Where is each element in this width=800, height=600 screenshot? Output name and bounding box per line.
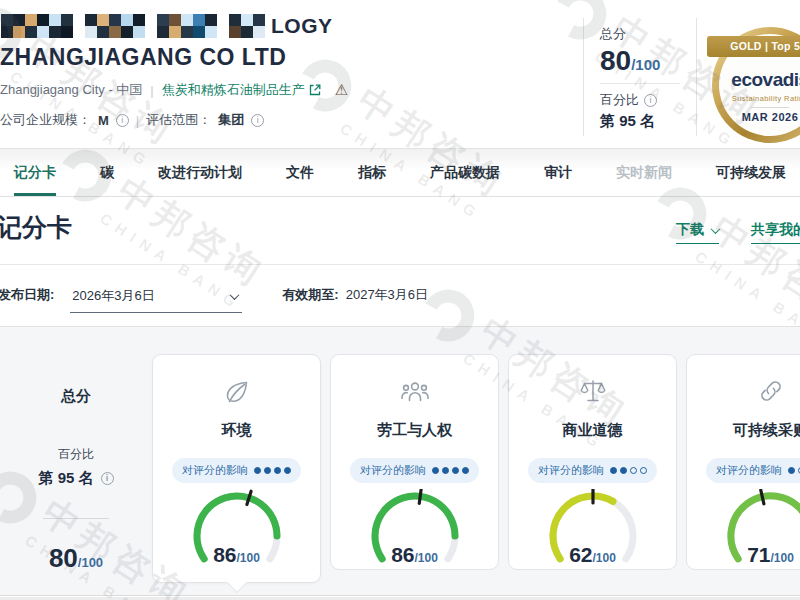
- valid-until-label: 有效期至:: [282, 286, 338, 304]
- total-score-panel: 总分 80/100 百分比 第 95 名: [583, 18, 697, 136]
- impact-dots: [788, 467, 800, 474]
- summary-rank: 第 95 名: [38, 469, 93, 488]
- warning-icon[interactable]: ⚠: [335, 81, 348, 99]
- impact-pill: 对评分的影响: [528, 458, 657, 483]
- publish-date-label: 发布日期:: [0, 286, 54, 304]
- category-card-environment[interactable]: 环境 对评分的影响 86/100: [152, 354, 321, 583]
- tab-improvement-plan[interactable]: 改进行动计划: [158, 149, 242, 196]
- info-icon[interactable]: [644, 94, 657, 107]
- tab-sustainable-development[interactable]: 可持续发展: [716, 149, 786, 196]
- impact-pill: 对评分的影响: [350, 458, 479, 483]
- info-icon[interactable]: [251, 114, 264, 127]
- summary-total-label: 总分: [12, 387, 140, 406]
- tab-live-news: 实时新闻: [616, 149, 672, 196]
- tab-carbon[interactable]: 碳: [100, 149, 114, 196]
- card-title: 劳工与人权: [331, 421, 498, 440]
- publish-date-select[interactable]: 2026年3月6日: [70, 286, 242, 313]
- card-title: 环境: [153, 421, 320, 440]
- tab-product-carbon-data[interactable]: 产品碳数据: [430, 149, 500, 196]
- scope-value: 集团: [218, 111, 244, 129]
- chevron-down-icon: [230, 290, 240, 300]
- total-score-label: 总分: [600, 25, 696, 43]
- impact-dots: [254, 467, 291, 474]
- category-card-labor-human-rights[interactable]: 劳工与人权 对评分的影响 86/100: [330, 354, 499, 570]
- summary-score-value: 80: [49, 543, 78, 573]
- tab-metrics[interactable]: 指标: [358, 149, 386, 196]
- masked-title-suffix: LOGY: [271, 14, 333, 38]
- company-location: Zhangjiagang City - 中国: [0, 81, 142, 99]
- divider: [43, 518, 109, 519]
- percentile-label: 百分比: [600, 91, 639, 109]
- card-score-value: 86: [213, 543, 236, 566]
- company-size-value: M: [98, 113, 109, 128]
- main-tab-bar: 记分卡 碳 改进行动计划 文件 指标 产品碳数据 审计 实时新闻 可持续发展: [0, 148, 800, 197]
- industry-link[interactable]: 焦炭和精炼石油制品生产: [162, 81, 321, 99]
- download-button[interactable]: 下载: [676, 221, 719, 244]
- ecovadis-medal: ecovadis Sustainability Rating MAR 2026 …: [712, 27, 800, 143]
- separator: |: [150, 83, 153, 98]
- link-icon: [687, 377, 800, 407]
- info-icon[interactable]: [101, 472, 114, 485]
- card-score-denominator: /100: [237, 551, 260, 565]
- tab-scorecard[interactable]: 记分卡: [14, 149, 56, 196]
- separator: |: [136, 113, 139, 128]
- total-score-value: 80: [600, 45, 631, 76]
- overall-summary: 总分 百分比 第 95 名 80/100: [12, 327, 140, 574]
- date-row: 发布日期: 2026年3月6日 有效期至: 2027年3月6日: [0, 264, 800, 326]
- medal-subtitle: Sustainability Rating: [732, 94, 800, 103]
- scales-icon: [509, 377, 676, 407]
- card-title: 商业道德: [509, 421, 676, 440]
- card-title: 可持续采购: [687, 421, 800, 440]
- scorecard-section: 总分 百分比 第 95 名 80/100 环境 对评分的影响 86/100: [0, 326, 800, 596]
- chevron-down-icon: [711, 224, 721, 234]
- medal-date: MAR 2026: [742, 111, 799, 123]
- share-scorecard-link[interactable]: 共享我的记分卡: [751, 221, 800, 244]
- leaf-icon: [153, 377, 320, 407]
- card-score-value: 62: [569, 543, 592, 566]
- summary-percentile-label: 百分比: [12, 446, 140, 463]
- page-header: LOGY ZHANGJIAGANG CO LTD Zhangjiagang Ci…: [0, 0, 800, 148]
- valid-until-value: 2027年3月6日: [346, 286, 428, 304]
- card-score-denominator: /100: [415, 551, 438, 565]
- impact-label: 对评分的影响: [360, 463, 426, 478]
- external-link-icon: [309, 84, 321, 96]
- summary-score-denominator: /100: [78, 555, 103, 570]
- impact-pill: 对评分的影响: [706, 458, 800, 483]
- impact-label: 对评分的影响: [538, 463, 604, 478]
- impact-dots: [610, 467, 647, 474]
- total-score-denominator: /100: [631, 56, 660, 73]
- company-size-label: 公司企业规模：: [0, 111, 91, 129]
- divider: [751, 107, 789, 108]
- info-icon[interactable]: [116, 114, 129, 127]
- tab-documents[interactable]: 文件: [286, 149, 314, 196]
- people-icon: [331, 377, 498, 407]
- card-score-denominator: /100: [771, 551, 794, 565]
- redacted-company-logo: [1, 14, 265, 38]
- category-card-sustainable-procurement[interactable]: 可持续采购 对评分的影响 71/100: [686, 354, 800, 570]
- impact-label: 对评分的影响: [182, 463, 248, 478]
- card-score-denominator: /100: [593, 551, 616, 565]
- card-score-value: 86: [391, 543, 414, 566]
- card-score-value: 71: [747, 543, 770, 566]
- tab-audit[interactable]: 审计: [544, 149, 572, 196]
- percentile-rank: 第 95 名: [600, 112, 696, 131]
- scope-label: 评估范围：: [146, 111, 211, 129]
- impact-dots: [432, 467, 469, 474]
- divider: [600, 83, 680, 84]
- medal-tier-banner: GOLD | Top 5%: [707, 36, 800, 57]
- ecovadis-logo: ecovadis: [731, 69, 800, 91]
- category-card-business-ethics[interactable]: 商业道德 对评分的影响 62/100: [508, 354, 677, 570]
- impact-pill: 对评分的影响: [172, 458, 301, 483]
- scorecard-title-row: 记分卡 下载 共享我的记分卡: [0, 197, 800, 264]
- impact-label: 对评分的影响: [716, 463, 782, 478]
